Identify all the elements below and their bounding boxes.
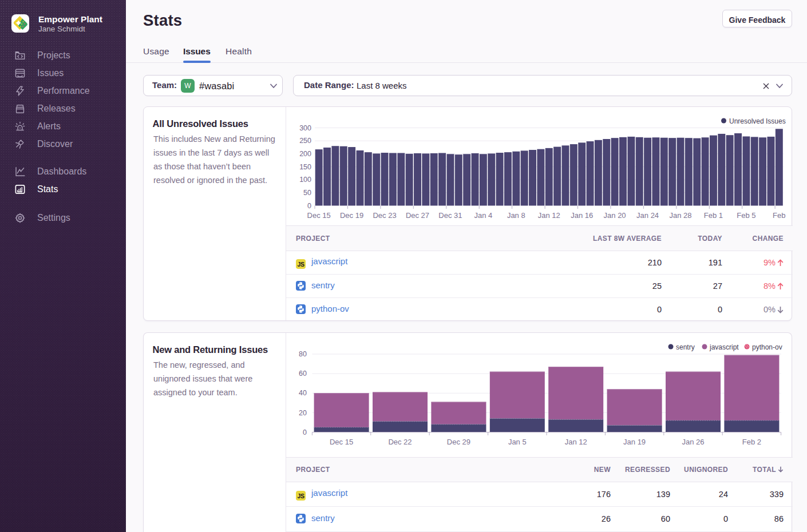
svg-text:Dec 19: Dec 19 bbox=[340, 211, 363, 220]
svg-text:Dec 27: Dec 27 bbox=[406, 211, 429, 220]
svg-text:Jan 16: Jan 16 bbox=[571, 211, 593, 220]
svg-text:60: 60 bbox=[299, 370, 307, 378]
svg-text:sentry: sentry bbox=[676, 343, 695, 351]
svg-text:Jan 12: Jan 12 bbox=[565, 438, 587, 446]
svg-text:Jan 20: Jan 20 bbox=[604, 211, 626, 220]
svg-text:javascript: javascript bbox=[709, 343, 739, 351]
svg-text:Jan 8: Jan 8 bbox=[507, 211, 525, 220]
svg-text:100: 100 bbox=[299, 176, 311, 184]
svg-text:Jan 24: Jan 24 bbox=[636, 211, 659, 220]
svg-text:50: 50 bbox=[303, 189, 311, 197]
svg-text:250: 250 bbox=[299, 137, 311, 145]
svg-text:Dec 15: Dec 15 bbox=[307, 211, 331, 220]
svg-text:Jan 26: Jan 26 bbox=[682, 438, 704, 446]
svg-text:40: 40 bbox=[299, 389, 307, 397]
svg-text:Feb 5: Feb 5 bbox=[737, 211, 755, 220]
svg-text:Dec 31: Dec 31 bbox=[438, 211, 462, 220]
svg-text:Dec 29: Dec 29 bbox=[447, 438, 470, 446]
svg-text:Feb: Feb bbox=[773, 211, 785, 220]
svg-text:Feb 1: Feb 1 bbox=[704, 211, 723, 220]
svg-text:Jan 5: Jan 5 bbox=[508, 438, 527, 446]
svg-text:0: 0 bbox=[307, 202, 311, 210]
svg-text:80: 80 bbox=[299, 350, 307, 358]
svg-text:Jan 28: Jan 28 bbox=[669, 211, 691, 220]
svg-text:300: 300 bbox=[299, 124, 311, 132]
svg-text:Jan 4: Jan 4 bbox=[474, 211, 492, 220]
svg-text:python-ov: python-ov bbox=[752, 343, 782, 351]
svg-text:Unresolved Issues: Unresolved Issues bbox=[729, 117, 786, 125]
svg-text:200: 200 bbox=[299, 150, 311, 158]
svg-text:Feb 2: Feb 2 bbox=[742, 438, 761, 446]
svg-text:Jan 19: Jan 19 bbox=[623, 438, 646, 446]
svg-text:Jan 12: Jan 12 bbox=[538, 211, 560, 220]
svg-text:Dec 22: Dec 22 bbox=[388, 438, 412, 446]
svg-text:Dec 15: Dec 15 bbox=[330, 438, 353, 446]
svg-text:20: 20 bbox=[299, 409, 307, 417]
svg-text:150: 150 bbox=[299, 163, 311, 171]
svg-text:0: 0 bbox=[303, 428, 307, 436]
svg-text:Dec 23: Dec 23 bbox=[373, 211, 396, 220]
